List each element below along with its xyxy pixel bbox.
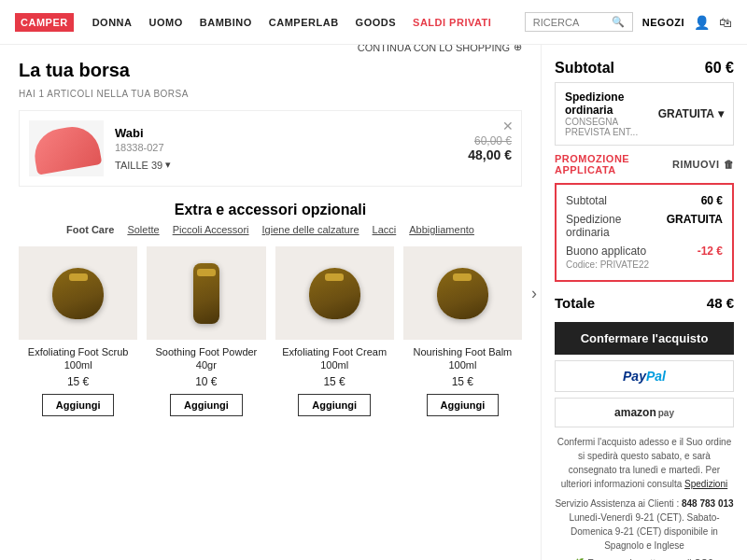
acc-product-3: Exfoliating Foot Cream 100ml 15 € Aggiun…	[275, 246, 394, 416]
sale-price: 48,00 €	[468, 147, 512, 162]
search-input[interactable]	[533, 17, 608, 28]
search-box[interactable]: 🔍	[525, 12, 633, 32]
summary-shipping-label: Spedizione ordinaria	[566, 213, 667, 239]
acc-img-3	[275, 246, 394, 340]
acc-name-1: Exfoliating Foot Scrub 100ml	[19, 345, 137, 372]
add-acc-3-button[interactable]: Aggiungi	[298, 394, 371, 416]
shipping-value: GRATUITA	[658, 107, 714, 120]
summary-box: Subtotal 60 € Spedizione ordinaria GRATU…	[555, 183, 734, 282]
acc-name-2: Soothing Foot Powder 40gr	[147, 345, 265, 372]
acc-price-2: 10 €	[147, 375, 265, 388]
acc-price-1: 15 €	[19, 375, 137, 388]
accessories-tabs: Foot Care Solette Piccoli Accessori Igie…	[19, 224, 522, 235]
shipping-amount: GRATUITA ▾	[658, 107, 724, 120]
coupon-code: Codice: PRIVATE22	[566, 259, 649, 270]
add-acc-2-button[interactable]: Aggiungi	[170, 394, 243, 416]
shipping-name: Spedizione ordinaria	[565, 91, 658, 117]
page-title: La tua borsa	[19, 60, 130, 81]
acc-img-2	[147, 246, 265, 340]
promo-label: PROMOZIONE APPLICATA	[555, 153, 672, 175]
tab-footcare[interactable]: Foot Care	[66, 224, 114, 235]
continue-shopping-button[interactable]: CONTINUA CON LO SHOPPING ⊕	[358, 45, 522, 53]
summary-shipping-row: Spedizione ordinaria GRATUITA	[566, 213, 723, 239]
subtotal-label: Subtotal	[555, 60, 614, 77]
accessories-title: Extra e accessori opzionali	[19, 202, 522, 218]
checkout-button[interactable]: Confermare l'acquisto	[555, 322, 734, 355]
summary-subtotal-value: 60 €	[701, 194, 723, 207]
shipping-info: Spedizione ordinaria CONSEGNA PREVISTA E…	[565, 91, 658, 137]
cart-section: La tua borsa CONTINUA CON LO SHOPPING ⊕ …	[0, 45, 542, 560]
header-actions: 🔍 NEGOZI 👤 🛍	[525, 12, 732, 32]
acc-img-inner-4	[437, 268, 488, 319]
order-summary-sidebar: Subtotal 60 € Spedizione ordinaria CONSE…	[542, 45, 747, 560]
subtotal-amount: 60 €	[705, 60, 734, 77]
remove-item-button[interactable]: ✕	[502, 119, 514, 133]
nav-camperlab[interactable]: CAMPERLAB	[269, 17, 339, 28]
main-content: La tua borsa CONTINUA CON LO SHOPPING ⊕ …	[0, 45, 747, 560]
paypal-button[interactable]: PayPal	[555, 360, 734, 392]
product-prices: 60,00 € 48,00 €	[468, 134, 512, 162]
add-acc-1-button[interactable]: Aggiungi	[42, 394, 115, 416]
acc-img-1	[19, 246, 137, 340]
service-phone[interactable]: 848 783 013	[682, 498, 734, 509]
acc-img-inner-2	[193, 263, 219, 324]
service-hours: Lunedì-Venerdì 9-21 (CET). Sabato-Domeni…	[569, 512, 719, 551]
tab-lacci[interactable]: Lacci	[373, 224, 397, 235]
product-image	[29, 120, 104, 176]
tab-piccoli[interactable]: Piccoli Accessori	[173, 224, 249, 235]
acc-name-3: Exfoliating Foot Cream 100ml	[275, 345, 394, 372]
accessories-section: Extra e accessori opzionali Foot Care So…	[19, 202, 522, 416]
summary-shipping-value: GRATUITA	[667, 213, 723, 239]
nav-uomo[interactable]: UOMO	[149, 17, 183, 28]
delivery-info: Confermi l'acquisto adesso e il Suo ordi…	[555, 435, 734, 491]
cart-icon[interactable]: 🛍	[719, 15, 732, 30]
nav-bambino[interactable]: BAMBINO	[200, 17, 252, 28]
summary-coupon-row: Buono applicato Codice: PRIVATE22 -12 €	[566, 245, 723, 271]
amazon-pay-button[interactable]: amazon pay	[555, 398, 734, 427]
shipping-row[interactable]: Spedizione ordinaria CONSEGNA PREVISTA E…	[555, 82, 734, 146]
acc-price-4: 15 €	[403, 375, 522, 388]
summary-subtotal-label: Subtotal	[566, 194, 607, 207]
shipping-note: CONSEGNA PREVISTA ENT...	[565, 117, 658, 137]
chevron-down-icon: ▾	[718, 107, 724, 120]
trash-icon: 🗑	[724, 159, 735, 170]
tab-solette[interactable]: Solette	[127, 224, 159, 235]
subtotal-header: Subtotal 60 €	[555, 60, 734, 77]
total-row: Totale 48 €	[555, 291, 734, 311]
original-price: 60,00 €	[468, 134, 512, 147]
summary-coupon-section: Buono applicato Codice: PRIVATE22	[566, 245, 649, 271]
acc-price-3: 15 €	[275, 375, 394, 388]
acc-product-4: Nourishing Foot Balm 100ml 15 € Aggiungi	[403, 246, 522, 416]
product-details: Wabi 18338-027 TAILLE 39 ▾	[115, 126, 468, 171]
add-acc-4-button[interactable]: Aggiungi	[427, 394, 500, 416]
tab-igiene[interactable]: Igiene delle calzature	[262, 224, 359, 235]
cart-item: Wabi 18338-027 TAILLE 39 ▾ 60,00 € 48,00…	[19, 110, 522, 187]
paypal-logo: PayPal	[623, 369, 666, 384]
size-selector[interactable]: TAILLE 39 ▾	[115, 159, 468, 171]
logo[interactable]: CAMPER	[15, 13, 74, 32]
plus-icon: ⊕	[514, 45, 522, 53]
nav-goods[interactable]: GOODS	[356, 17, 396, 28]
next-arrow-icon[interactable]: ›	[531, 284, 537, 303]
service-info: Servizio Assistenza ai Clienti : 848 783…	[555, 497, 734, 553]
summary-subtotal-row: Subtotal 60 €	[566, 194, 723, 207]
chevron-down-icon: ▾	[165, 159, 171, 171]
nav-donna[interactable]: DONNA	[92, 17, 133, 28]
product-image-inner	[31, 122, 103, 175]
stores-label[interactable]: NEGOZI	[642, 17, 684, 28]
acc-name-4: Nourishing Foot Balm 100ml	[403, 345, 522, 372]
remove-promo-button[interactable]: RIMUOVI 🗑	[672, 159, 734, 170]
size-label: TAILLE 39	[115, 160, 162, 171]
service-label: Servizio Assistenza ai Clienti :	[555, 498, 679, 509]
acc-img-4	[403, 246, 522, 340]
total-amount: 48 €	[707, 295, 734, 311]
spedizioni-link[interactable]: Spedizioni	[684, 479, 727, 489]
coupon-label: Buono applicato	[566, 245, 646, 258]
acc-img-inner-3	[309, 268, 360, 319]
promo-row: PROMOZIONE APPLICATA RIMUOVI 🗑	[555, 153, 734, 175]
acc-product-1: Exfoliating Foot Scrub 100ml 15 € Aggiun…	[19, 246, 137, 416]
tab-abbigliamento[interactable]: Abbigliamento	[409, 224, 474, 235]
nav-sale[interactable]: SALDI PRIVATI	[413, 17, 491, 28]
acc-img-inner-1	[52, 268, 104, 319]
user-icon[interactable]: 👤	[694, 15, 710, 30]
